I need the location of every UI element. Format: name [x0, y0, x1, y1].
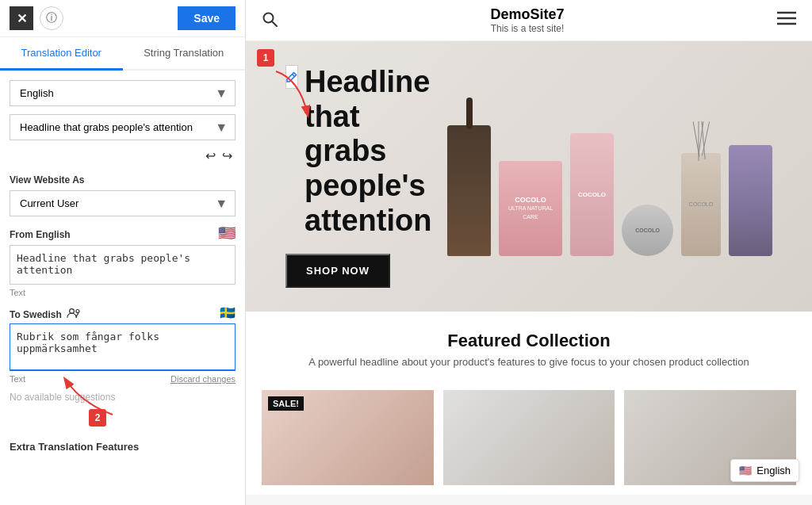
language-select-wrapper: English Swedish French ▼ — [10, 80, 236, 106]
product-card-2 — [443, 390, 615, 485]
to-section: To Swedish 🇸🇪 Rubrik som fångar folks up… — [10, 305, 236, 403]
view-as-section: View Website As Current User Guest ▼ — [10, 171, 236, 216]
featured-subtitle: A powerful headline about your product's… — [278, 356, 780, 368]
language-select[interactable]: English Swedish French — [10, 80, 236, 106]
tab-string-translation[interactable]: String Translation — [123, 37, 246, 71]
featured-title: Featured Collection — [278, 331, 780, 351]
shop-now-button[interactable]: SHOP NOW — [285, 254, 390, 288]
to-field-type: Text — [10, 374, 25, 384]
to-footer: Text Discard changes — [10, 374, 236, 384]
info-button[interactable]: ⓘ — [40, 6, 63, 30]
search-button[interactable] — [262, 11, 278, 30]
to-label: To Swedish — [10, 309, 62, 320]
right-panel: DemoSite7 This is a test site! 1 — [246, 0, 812, 505]
product-card-1: SALE! — [262, 390, 434, 485]
to-header: To Swedish 🇸🇪 — [10, 305, 236, 320]
from-header: From English 🇺🇸 — [10, 224, 236, 242]
featured-section: Featured Collection A powerful headline … — [246, 312, 812, 381]
annotation-arrow-1 — [260, 63, 324, 127]
view-as-select-wrapper: Current User Guest ▼ — [10, 190, 236, 216]
extra-features-label: Extra Translation Features — [10, 441, 236, 453]
view-as-select[interactable]: Current User Guest — [10, 190, 236, 216]
product-cards: SALE! 🇺🇸 English — [246, 381, 812, 495]
from-field-type: Text — [10, 288, 236, 297]
hero-section: 1 Headline that grabs people's attention — [246, 41, 812, 312]
undo-redo-bar: ↩ ↪ — [10, 148, 236, 163]
sale-badge: SALE! — [268, 396, 304, 411]
save-button[interactable]: Save — [178, 6, 236, 30]
tabs: Translation Editor String Translation — [0, 37, 245, 71]
site-title-wrap: DemoSite7 This is a test site! — [278, 6, 777, 34]
us-flag-icon: 🇺🇸 — [218, 224, 236, 242]
undo-button[interactable]: ↩ — [205, 148, 216, 163]
discard-changes-button[interactable]: Discard changes — [170, 374, 236, 384]
redo-button[interactable]: ↪ — [222, 148, 232, 163]
english-language-badge[interactable]: 🇺🇸 English — [730, 459, 799, 482]
english-badge-label: English — [756, 465, 791, 476]
panel-content: English Swedish French ▼ Headline that g… — [0, 71, 245, 505]
hero-headline: Headline that grabs people's attention — [304, 65, 447, 238]
to-textarea[interactable]: Rubrik som fångar folks uppmärksamhet — [10, 323, 236, 371]
search-icon — [262, 11, 278, 27]
se-flag-icon: 🇸🇪 — [220, 305, 236, 320]
hero-products: COCOLOULTRA NATURALCARE COCOLO COCOLO CO… — [447, 98, 772, 256]
svg-point-1 — [76, 309, 79, 312]
tab-translation-editor[interactable]: Translation Editor — [0, 37, 123, 71]
annotation-badge-2: 2 — [89, 409, 106, 427]
string-select-wrapper: Headline that grabs people's attention S… — [10, 114, 236, 140]
people-icon — [67, 308, 81, 319]
string-select[interactable]: Headline that grabs people's attention S… — [10, 114, 236, 140]
hamburger-icon — [777, 11, 796, 25]
svg-line-4 — [272, 21, 277, 26]
site-subtitle: This is a test site! — [278, 23, 777, 34]
site-header: DemoSite7 This is a test site! — [246, 0, 812, 41]
english-flag-icon: 🇺🇸 — [739, 465, 752, 476]
no-suggestions: No available suggestions — [10, 392, 236, 403]
from-textarea[interactable]: Headline that grabs people's attention — [10, 245, 236, 285]
from-section: From English 🇺🇸 Headline that grabs peop… — [10, 224, 236, 297]
top-bar: ✕ ⓘ Save — [0, 0, 245, 37]
view-as-label: View Website As — [10, 174, 236, 186]
left-panel: ✕ ⓘ Save Translation Editor String Trans… — [0, 0, 246, 505]
from-label: From English — [10, 229, 71, 240]
menu-button[interactable] — [777, 11, 796, 29]
site-name: DemoSite7 — [278, 6, 777, 23]
close-button[interactable]: ✕ — [10, 6, 33, 30]
